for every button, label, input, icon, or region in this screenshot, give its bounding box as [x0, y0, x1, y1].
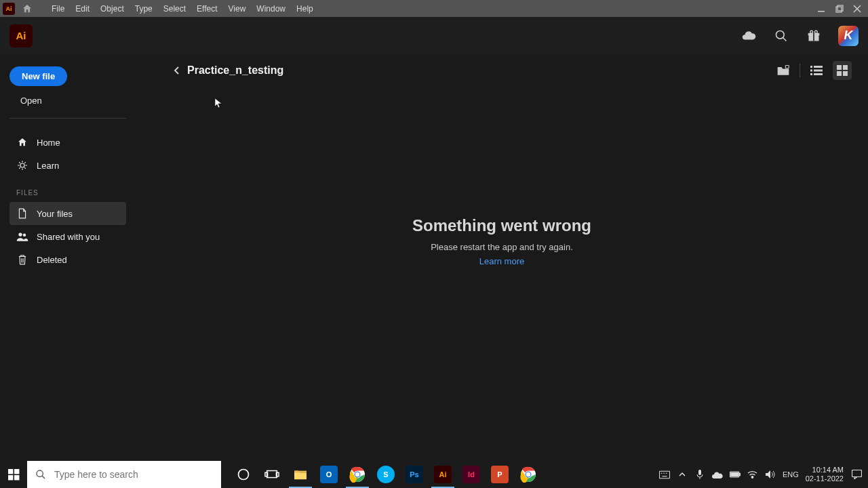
back-chevron-icon[interactable] — [174, 66, 180, 75]
tray-battery-icon[interactable] — [730, 469, 741, 480]
svg-point-42 — [239, 470, 249, 480]
tray-notification-icon[interactable] — [850, 468, 863, 481]
menu-file[interactable]: File — [46, 4, 70, 14]
svg-rect-25 — [785, 66, 789, 68]
error-title: Something went wrong — [412, 216, 591, 235]
shared-icon — [16, 230, 28, 243]
svg-point-22 — [23, 234, 26, 237]
sidebar-item-shared[interactable]: Shared with you — [9, 225, 126, 248]
menu-view[interactable]: View — [223, 4, 252, 14]
svg-line-19 — [19, 167, 20, 169]
svg-point-63 — [752, 476, 753, 478]
svg-point-5 — [776, 30, 785, 39]
tray-volume-icon[interactable] — [765, 469, 776, 480]
search-icon — [35, 469, 46, 480]
svg-rect-45 — [276, 472, 279, 476]
folder-open-icon[interactable] — [774, 61, 793, 80]
sidebar-item-label: Home — [37, 138, 60, 148]
tray-wifi-icon[interactable] — [747, 469, 758, 480]
cloud-icon[interactable] — [741, 28, 757, 44]
home-icon[interactable] — [20, 2, 34, 16]
svg-rect-38 — [8, 475, 13, 480]
svg-rect-9 — [813, 33, 814, 41]
sidebar-item-label: Shared with you — [37, 232, 100, 242]
trash-icon — [16, 253, 28, 266]
menu-help[interactable]: Help — [291, 4, 319, 14]
sidebar-item-label: Your files — [37, 209, 73, 219]
svg-rect-36 — [8, 469, 13, 474]
svg-point-12 — [20, 163, 24, 167]
taskbar-photoshop-icon[interactable]: Ps — [400, 461, 429, 488]
sidebar-item-label: Deleted — [37, 255, 67, 265]
learn-nav-icon — [16, 159, 28, 171]
menu-effect[interactable]: Effect — [191, 4, 222, 14]
svg-rect-37 — [14, 469, 19, 474]
tray-clock[interactable]: 10:14 AM 02-11-2022 — [806, 466, 844, 483]
taskbar-chrome-icon[interactable] — [343, 461, 372, 488]
sidebar-item-home[interactable]: Home — [9, 131, 126, 154]
close-icon[interactable] — [853, 5, 861, 13]
svg-rect-53 — [659, 471, 669, 479]
svg-point-11 — [814, 30, 817, 33]
taskbar-skype-icon[interactable]: S — [372, 461, 400, 488]
error-learn-more-link[interactable]: Learn more — [412, 256, 591, 266]
svg-rect-32 — [837, 65, 842, 70]
taskbar-taskview-icon[interactable] — [258, 461, 286, 488]
view-controls — [774, 61, 852, 80]
tray-keyboard-icon[interactable] — [659, 469, 670, 480]
menu-object[interactable]: Object — [95, 4, 130, 14]
tray-mic-icon[interactable] — [694, 469, 705, 480]
minimize-icon[interactable] — [818, 5, 826, 13]
svg-line-20 — [24, 162, 26, 163]
content: Practice_n_testing Something went wrong … — [136, 54, 868, 461]
tray-chevron-up-icon[interactable] — [677, 469, 688, 480]
taskbar-powerpoint-icon[interactable]: P — [486, 461, 514, 488]
sidebar-section-files: FILES — [16, 189, 126, 197]
sidebar-item-your-files[interactable]: Your files — [9, 202, 126, 225]
taskbar-search-input[interactable] — [54, 469, 213, 480]
window-controls — [818, 5, 865, 13]
svg-rect-39 — [14, 475, 19, 480]
svg-rect-43 — [267, 471, 277, 478]
error-message: Please restart the app and try again. — [412, 242, 591, 252]
menu-window[interactable]: Window — [251, 4, 291, 14]
svg-rect-35 — [843, 71, 848, 76]
svg-point-40 — [37, 470, 43, 476]
svg-point-49 — [355, 472, 359, 476]
taskbar-indesign-icon[interactable]: Id — [457, 461, 486, 488]
svg-line-18 — [24, 167, 26, 169]
sidebar-nav: Home Learn — [9, 131, 126, 177]
sidebar: New file Open Home Learn FILES Your file… — [0, 54, 136, 461]
taskbar-cortana-icon[interactable] — [229, 461, 258, 488]
search-icon[interactable] — [773, 28, 789, 44]
grid-view-icon[interactable] — [833, 61, 852, 80]
taskbar-explorer-icon[interactable] — [286, 461, 315, 488]
svg-rect-2 — [837, 5, 843, 11]
list-view-icon[interactable] — [807, 61, 826, 80]
app-badge-icon: Ai — [3, 3, 15, 15]
tray-lang[interactable]: ENG — [783, 469, 799, 480]
gift-icon[interactable] — [806, 28, 822, 44]
svg-point-10 — [810, 30, 813, 33]
sidebar-item-learn[interactable]: Learn — [9, 154, 126, 177]
taskbar-illustrator-icon[interactable]: Ai — [429, 461, 457, 488]
open-button[interactable]: Open — [20, 96, 126, 106]
svg-rect-28 — [810, 70, 812, 72]
avatar[interactable]: K — [838, 26, 859, 46]
sidebar-item-deleted[interactable]: Deleted — [9, 248, 126, 271]
menu-type[interactable]: Type — [130, 4, 158, 14]
svg-rect-26 — [810, 66, 812, 68]
taskbar-outlook-icon[interactable]: O — [315, 461, 343, 488]
breadcrumb-title: Practice_n_testing — [187, 64, 283, 77]
start-button[interactable] — [0, 461, 27, 488]
new-file-button[interactable]: New file — [9, 66, 67, 86]
menu-select[interactable]: Select — [158, 4, 191, 14]
taskbar-apps: O S Ps Ai Id P — [229, 461, 542, 488]
maximize-icon[interactable] — [835, 5, 844, 13]
svg-rect-0 — [818, 11, 825, 12]
taskbar-chrome2-icon[interactable] — [514, 461, 542, 488]
sidebar-divider — [9, 118, 126, 119]
menu-edit[interactable]: Edit — [70, 4, 95, 14]
taskbar-search[interactable] — [27, 461, 221, 488]
tray-onedrive-icon[interactable] — [712, 469, 723, 480]
